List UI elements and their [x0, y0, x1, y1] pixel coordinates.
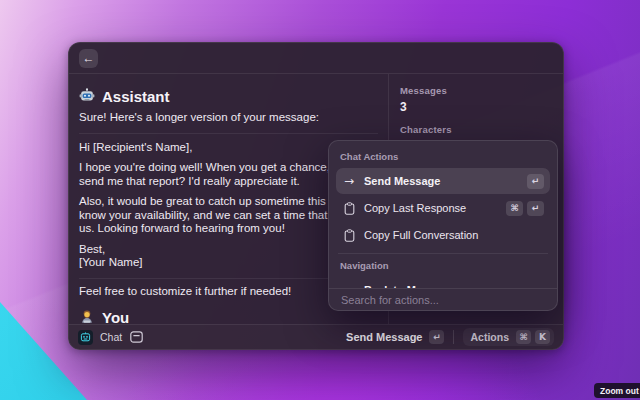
arrow-right-icon: →	[342, 174, 356, 188]
k-key-badge: K	[535, 330, 550, 344]
actions-menu-list: Chat Actions → Send Message ↵ Copy Last …	[329, 141, 557, 288]
messages-label: Messages	[400, 85, 563, 96]
characters-label: Characters	[400, 124, 563, 135]
actions-button[interactable]: Actions ⌘ K	[463, 328, 554, 346]
section-label-chat-actions: Chat Actions	[340, 151, 546, 162]
action-item-send-message[interactable]: → Send Message ↵	[336, 168, 550, 194]
zoom-out-tooltip: Zoom out on	[594, 383, 640, 398]
clipboard-icon	[342, 229, 356, 242]
action-item-label: Send Message	[364, 175, 440, 187]
action-item-label: Copy Full Conversation	[364, 229, 478, 241]
back-button[interactable]: ←	[79, 49, 98, 68]
action-item-copy-full-conversation[interactable]: Copy Full Conversation	[336, 222, 550, 248]
chat-mode-label[interactable]: Chat	[100, 331, 122, 343]
enter-key-badge: ↵	[429, 330, 444, 344]
section-label-navigation: Navigation	[340, 260, 546, 271]
desktop: { "colors": { "wallpaper_accent_cyan": "…	[0, 0, 640, 400]
actions-label: Actions	[470, 331, 509, 343]
actions-search-input[interactable]	[341, 294, 545, 306]
actions-search-bar	[329, 288, 557, 310]
messages-value: 3	[400, 100, 563, 114]
person-avatar-icon	[79, 309, 95, 325]
status-bar: Chat Send Message ↵ Actions ⌘ K	[69, 324, 563, 349]
back-arrow-icon: ←	[83, 52, 95, 64]
shortcut-keys: ⌘ ↵	[506, 201, 544, 216]
chat-app-icon	[78, 330, 93, 345]
menu-section-divider	[338, 253, 548, 254]
save-icon[interactable]	[130, 331, 143, 343]
message-divider	[79, 133, 378, 134]
enter-key-badge: ↵	[527, 201, 544, 216]
enter-key-badge: ↵	[527, 174, 544, 189]
action-item-label: Copy Last Response	[364, 202, 466, 214]
robot-avatar-icon	[79, 88, 95, 104]
clipboard-icon	[342, 202, 356, 215]
cmd-key-badge: ⌘	[516, 330, 531, 344]
assistant-intro-line: Sure! Here's a longer version of your me…	[79, 111, 388, 125]
assistant-title: Assistant	[102, 88, 170, 105]
action-item-back-to-menu[interactable]: ← Back to Menu	[336, 277, 550, 288]
tooltip-label: Zoom out on	[600, 386, 640, 396]
you-title: You	[102, 309, 129, 326]
window-header: ←	[69, 43, 563, 74]
status-bar-divider	[453, 330, 454, 344]
action-item-copy-last-response[interactable]: Copy Last Response ⌘ ↵	[336, 195, 550, 221]
actions-menu: Chat Actions → Send Message ↵ Copy Last …	[328, 140, 558, 311]
cmd-key-badge: ⌘	[506, 201, 523, 216]
shortcut-keys: ↵	[527, 174, 544, 189]
send-message-button[interactable]: Send Message	[346, 331, 422, 343]
assistant-header: Assistant	[79, 87, 388, 105]
